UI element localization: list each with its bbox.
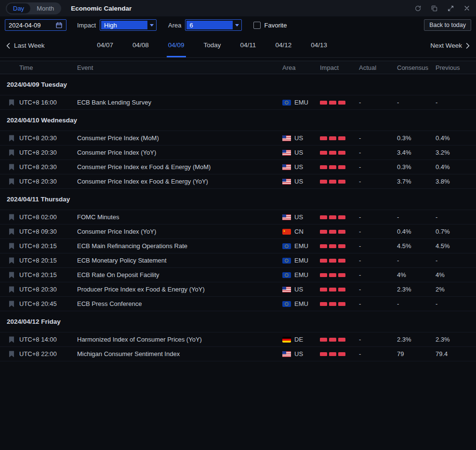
- bookmark-icon[interactable]: [4, 272, 19, 278]
- consensus-value: -: [397, 99, 436, 106]
- bookmark-icon[interactable]: [4, 243, 19, 250]
- actual-value: -: [359, 178, 397, 185]
- date-picker[interactable]: 2024-04-09: [5, 19, 66, 31]
- month-view-tab[interactable]: Month: [30, 3, 60, 13]
- impact-bars: [320, 165, 359, 169]
- table-row[interactable]: UTC+8 14:00Harmonized Index of Consumer …: [0, 332, 476, 347]
- area-code: EMU: [294, 257, 308, 264]
- bookmark-icon[interactable]: [4, 351, 19, 357]
- col-header-area: Area: [282, 64, 320, 71]
- favorite-filter[interactable]: Favorite: [253, 22, 287, 29]
- favorite-checkbox[interactable]: [253, 22, 261, 29]
- bookmark-icon[interactable]: [4, 135, 19, 142]
- impact-bars: [320, 302, 359, 306]
- consensus-value: 2.3%: [397, 336, 436, 343]
- chevron-down-icon: [233, 24, 241, 26]
- events-table: Time Event Area Impact Actual Consensus …: [0, 61, 476, 361]
- bookmark-icon[interactable]: [4, 228, 19, 235]
- consensus-value: 2.3%: [397, 286, 436, 293]
- impact-bar: [338, 151, 345, 155]
- impact-bar: [329, 215, 336, 219]
- table-row[interactable]: UTC+8 16:00ECB Bank Lending SurveyEMU---: [0, 95, 476, 110]
- table-row[interactable]: UTC+8 20:15ECB Monetary Policy Statement…: [0, 253, 476, 268]
- table-row[interactable]: UTC+8 02:00FOMC MinutesUS---: [0, 210, 476, 225]
- day-group-header: 2024/04/11 Thursday: [0, 189, 476, 210]
- table-row[interactable]: UTC+8 20:30Consumer Price Index (YoY)US-…: [0, 146, 476, 160]
- impact-bar: [329, 244, 336, 248]
- impact-bar: [338, 273, 345, 277]
- event-name: Producer Price Index ex Food & Energy (Y…: [77, 286, 282, 293]
- impact-bars: [320, 273, 359, 277]
- previous-value: 3.8%: [436, 178, 476, 185]
- table-row[interactable]: UTC+8 20:30Consumer Price Index (MoM)US-…: [0, 131, 476, 146]
- table-body: 2024/04/09 TuesdayUTC+8 16:00ECB Bank Le…: [0, 74, 476, 361]
- table-row[interactable]: UTC+8 22:00Michigan Consumer Sentiment I…: [0, 347, 476, 361]
- area-code: EMU: [294, 242, 308, 250]
- event-name: ECB Rate On Deposit Facility: [77, 271, 282, 278]
- close-icon[interactable]: [463, 5, 470, 12]
- table-row[interactable]: UTC+8 20:30Producer Price Index ex Food …: [0, 282, 476, 297]
- chevron-left-icon: [6, 42, 11, 49]
- bookmark-icon[interactable]: [4, 149, 19, 156]
- bookmark-icon[interactable]: [4, 99, 19, 106]
- week-tab-04-09-active[interactable]: 04/09: [167, 34, 186, 57]
- bookmark-icon[interactable]: [4, 301, 19, 307]
- expand-fullscreen-icon[interactable]: [447, 5, 454, 12]
- bookmark-icon[interactable]: [4, 257, 19, 264]
- event-time: UTC+8 20:15: [19, 242, 77, 250]
- day-view-tab[interactable]: Day: [7, 3, 30, 13]
- week-tab-04-12[interactable]: 04/12: [274, 34, 293, 57]
- impact-bar: [320, 288, 327, 291]
- bookmark-icon[interactable]: [4, 286, 19, 293]
- bookmark-icon[interactable]: [4, 164, 19, 171]
- table-row[interactable]: UTC+8 20:15ECB Rate On Deposit FacilityE…: [0, 268, 476, 282]
- event-name: Consumer Price Index ex Food & Energy (M…: [77, 163, 282, 171]
- week-tab-04-11[interactable]: 04/11: [239, 34, 258, 57]
- consensus-value: 4.5%: [397, 242, 436, 250]
- impact-bar: [320, 338, 327, 342]
- week-tab-today[interactable]: Today: [202, 34, 223, 57]
- next-week-button[interactable]: Next Week: [430, 34, 470, 57]
- event-name: ECB Press Conference: [77, 300, 282, 307]
- last-week-button[interactable]: Last Week: [6, 34, 45, 57]
- impact-bar: [320, 244, 327, 248]
- impact-select[interactable]: High: [100, 19, 157, 31]
- table-row[interactable]: UTC+8 20:45ECB Press ConferenceEMU---: [0, 297, 476, 311]
- previous-value: 79.4: [436, 350, 476, 357]
- actual-value: -: [359, 300, 397, 307]
- area-select[interactable]: 6: [185, 19, 242, 31]
- previous-value: 0.4%: [436, 163, 476, 171]
- bookmark-icon[interactable]: [4, 178, 19, 185]
- impact-bar: [338, 215, 345, 219]
- refresh-icon[interactable]: [414, 5, 422, 12]
- event-area: EMU: [282, 300, 320, 307]
- area-code: US: [294, 286, 303, 293]
- impact-bar: [329, 352, 336, 356]
- week-tab-04-08[interactable]: 04/08: [131, 34, 150, 57]
- event-time: UTC+8 20:30: [19, 163, 77, 171]
- next-week-label: Next Week: [430, 42, 462, 49]
- impact-bar: [320, 151, 327, 155]
- bookmark-icon[interactable]: [4, 214, 19, 221]
- table-row[interactable]: UTC+8 09:30Consumer Price Index (YoY)CN-…: [0, 225, 476, 239]
- bookmark-icon[interactable]: [4, 336, 19, 343]
- actual-value: -: [359, 271, 397, 278]
- actual-value: -: [359, 163, 397, 171]
- previous-value: 4.5%: [436, 242, 476, 250]
- previous-value: 2%: [436, 286, 476, 293]
- impact-bar: [320, 352, 327, 356]
- popout-window-icon[interactable]: [431, 5, 438, 12]
- col-header-event: Event: [77, 64, 282, 71]
- impact-bar: [338, 244, 345, 248]
- week-tab-04-13[interactable]: 04/13: [309, 34, 329, 57]
- impact-bar: [329, 101, 336, 105]
- table-row[interactable]: UTC+8 20:30Consumer Price Index ex Food …: [0, 160, 476, 174]
- day-group-header: 2024/04/12 Friday: [0, 311, 476, 332]
- table-row[interactable]: UTC+8 20:15ECB Main Refinancing Operatio…: [0, 239, 476, 253]
- impact-bars: [320, 101, 359, 105]
- impact-bar: [320, 273, 327, 277]
- table-row[interactable]: UTC+8 20:30Consumer Price Index ex Food …: [0, 174, 476, 189]
- back-to-today-button[interactable]: Back to today: [424, 19, 471, 31]
- week-tab-04-07[interactable]: 04/07: [95, 34, 115, 57]
- impact-bar: [329, 273, 336, 277]
